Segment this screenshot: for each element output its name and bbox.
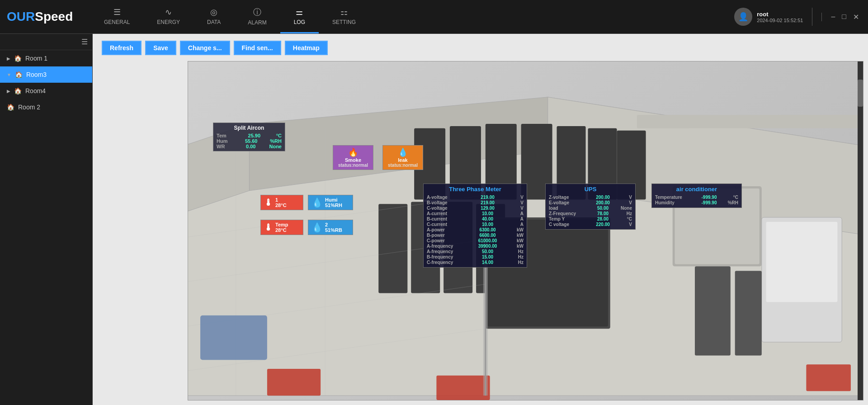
refresh-button[interactable]: Refresh xyxy=(102,41,142,55)
temp1-value: 28°C xyxy=(275,202,287,208)
temp2-value: 28°C xyxy=(275,227,288,233)
svg-rect-22 xyxy=(695,266,731,355)
nav-data-label: DATA xyxy=(207,19,221,25)
sidebar-header: ☰ xyxy=(0,34,92,50)
three-phase-row-11: B-frequency 15.00 Hz xyxy=(427,254,524,259)
nav-log[interactable]: ⚌ LOG xyxy=(280,0,319,33)
minimize-button[interactable]: – xyxy=(831,13,835,21)
nav-energy[interactable]: ∿ ENERGY xyxy=(143,0,193,33)
temp1-sensor[interactable]: 🌡 1 28°C xyxy=(260,195,303,210)
sidebar-label-room4: Room4 xyxy=(25,87,46,94)
three-phase-row-8: C-power 61000.00 kW xyxy=(427,238,524,243)
humi2-label: 2 xyxy=(325,222,342,227)
temp1-icon: 🌡 xyxy=(264,198,273,208)
right-scrollbar[interactable] xyxy=(858,61,863,400)
three-phase-row-6: A-power 6300.00 kW xyxy=(427,227,524,232)
svg-rect-12 xyxy=(378,204,407,293)
three-phase-row-12: C-frequency 14.00 Hz xyxy=(427,260,524,265)
sidebar-item-room4[interactable]: ▶ 🏠 Room4 xyxy=(0,83,92,99)
svg-rect-26 xyxy=(806,364,851,391)
svg-rect-23 xyxy=(735,271,762,355)
air-conditioner-sensor[interactable]: air conditioner Temperature -999.90 °C H… xyxy=(651,184,742,208)
split-aircon-sensor[interactable]: Split Aircon Tem 25.90 °C Hum 55.60 %RH … xyxy=(213,122,285,151)
close-button[interactable]: ✕ xyxy=(853,13,859,21)
three-phase-row-4: B-current 40.00 A xyxy=(427,217,524,221)
ups-sensor[interactable]: UPS Z-voltage 200.00 V E-voltage 200.00 … xyxy=(545,184,636,230)
general-icon: ☰ xyxy=(113,7,121,17)
sidebar-label-room1: Room 1 xyxy=(25,55,47,62)
logo-speed: Speed xyxy=(35,9,73,24)
nav-general[interactable]: ☰ GENERAL xyxy=(90,0,143,33)
three-phase-sensor[interactable]: Three Phase Meter A-voltage 219.00 V B-v… xyxy=(423,184,527,268)
nav-data[interactable]: ◎ DATA xyxy=(193,0,234,33)
three-phase-row-5: C-current 10.00 A xyxy=(427,222,524,227)
save-button[interactable]: Save xyxy=(145,41,176,55)
username: root xyxy=(757,11,803,18)
three-phase-row-2: C-voltage 129.00 V xyxy=(427,206,524,211)
ups-row-0: Z-voltage 200.00 V xyxy=(549,195,632,200)
split-aircon-title: Split Aircon xyxy=(217,125,282,131)
temp1-content: 1 28°C xyxy=(275,197,287,208)
find-sen-button[interactable]: Find sen... xyxy=(234,41,281,55)
three-phase-row-10: A-frequency 50.00 Hz xyxy=(427,249,524,254)
ups-title: UPS xyxy=(549,186,632,193)
svg-rect-25 xyxy=(436,376,490,400)
sidebar-item-room3[interactable]: ▼ 🏠 Room3 xyxy=(0,66,92,83)
content-area: Refresh Save Change s... Find sen... Hea… xyxy=(93,34,868,405)
room2-icon: 🏠 xyxy=(7,104,14,111)
maximize-button[interactable]: □ xyxy=(842,13,846,21)
smoke-sensor[interactable]: 🔥 Smoke status:normal xyxy=(333,145,373,170)
nav-energy-label: ENERGY xyxy=(157,19,180,25)
humi2-icon: 💧 xyxy=(311,222,323,233)
leak-sensor[interactable]: 💧 leak status:normal xyxy=(382,145,423,170)
split-aircon-unit-hum: %RH xyxy=(270,138,282,144)
ups-row-2: load 50.00 None xyxy=(549,206,632,211)
top-bar: OURSpeed ☰ GENERAL ∿ ENERGY ◎ DATA ⓘ ALA… xyxy=(0,0,868,34)
three-phase-row-9: A-frequency 39900.00 kW xyxy=(427,244,524,249)
temp2-sensor[interactable]: 🌡 Temp 28°C xyxy=(260,220,303,235)
scrollbar-thumb[interactable] xyxy=(858,80,863,107)
room3-icon: 🏠 xyxy=(15,71,23,78)
split-aircon-row-hum: Hum 55.60 %RH xyxy=(217,138,282,144)
sidebar-menu-icon[interactable]: ☰ xyxy=(81,38,88,46)
window-controls: – □ ✕ xyxy=(821,13,859,21)
svg-rect-21 xyxy=(766,222,838,302)
humi2-sensor[interactable]: 💧 2 51%RB xyxy=(308,220,353,235)
data-icon: ◎ xyxy=(210,7,217,17)
sidebar-item-room1[interactable]: ▶ 🏠 Room 1 xyxy=(0,50,92,66)
svg-rect-24 xyxy=(267,369,321,396)
user-info: root 2024-09-02 15:52:51 xyxy=(757,11,803,23)
temp2-content: Temp 28°C xyxy=(275,222,288,233)
nav-alarm-label: ALARM xyxy=(248,19,266,26)
split-aircon-row-tem: Tem 25.90 °C xyxy=(217,133,282,138)
split-aircon-label-wr: WR xyxy=(217,144,232,149)
sidebar-item-room2[interactable]: 🏠 Room 2 xyxy=(0,99,92,115)
alarm-icon: ⓘ xyxy=(253,7,261,18)
expand-icon-room4: ▶ xyxy=(7,89,10,94)
nav-alarm[interactable]: ⓘ ALARM xyxy=(234,0,280,33)
air-cond-row-1: Humidity -999.90 %RH xyxy=(655,200,738,205)
leak-icon: 💧 xyxy=(386,147,420,157)
humi1-sensor[interactable]: 💧 Humi 51%RH xyxy=(308,195,353,210)
nav-items: ☰ GENERAL ∿ ENERGY ◎ DATA ⓘ ALARM ⚌ LOG … xyxy=(90,0,734,33)
humi2-content: 2 51%RB xyxy=(325,222,342,233)
heatmap-button[interactable]: Heatmap xyxy=(285,41,328,55)
three-phase-row-0: A-voltage 219.00 V xyxy=(427,195,524,200)
change-s-button[interactable]: Change s... xyxy=(180,41,230,55)
temp2-icon: 🌡 xyxy=(264,222,273,233)
humi1-label: Humi xyxy=(325,197,342,202)
split-aircon-val-wr: 0.00 xyxy=(246,144,255,149)
smoke-icon: 🔥 xyxy=(336,147,370,157)
expand-icon-room3: ▼ xyxy=(7,72,11,77)
split-aircon-unit-tem: °C xyxy=(276,133,282,138)
humi1-content: Humi 51%RH xyxy=(325,197,342,208)
split-aircon-val-tem: 25.90 xyxy=(248,133,261,138)
ups-row-5: C voltage 220.00 V xyxy=(549,222,632,227)
main-area: ☰ ▶ 🏠 Room 1 ▼ 🏠 Room3 ▶ 🏠 Room4 🏠 Room … xyxy=(0,34,868,405)
nav-general-label: GENERAL xyxy=(104,19,130,25)
setting-icon: ⚏ xyxy=(340,7,348,17)
ups-row-1: E-voltage 200.00 V xyxy=(549,200,632,205)
nav-setting[interactable]: ⚏ SETTING xyxy=(319,0,369,33)
air-cond-row-0: Temperature -999.90 °C xyxy=(655,195,738,200)
sidebar-label-room3: Room3 xyxy=(26,71,47,78)
